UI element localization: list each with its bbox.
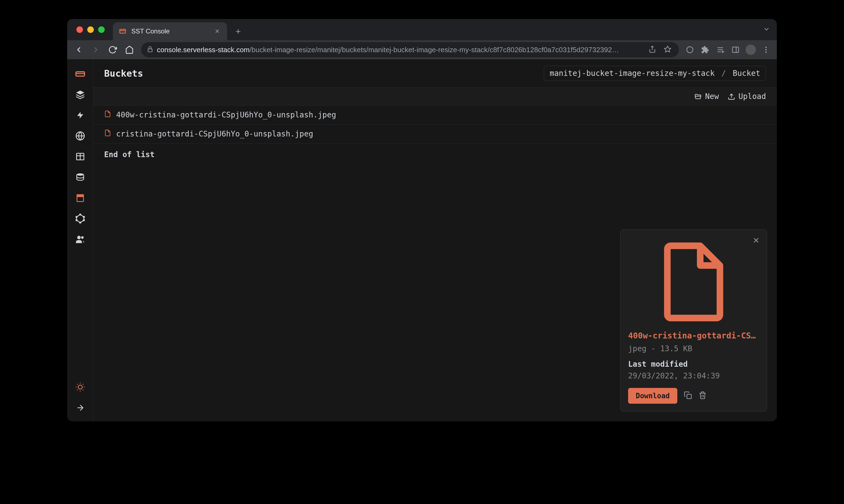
profile-avatar[interactable] <box>744 43 757 56</box>
svg-rect-9 <box>733 47 739 52</box>
svg-line-37 <box>77 384 77 384</box>
svg-rect-47 <box>687 394 691 398</box>
chevron-down-icon[interactable] <box>763 25 770 34</box>
svg-marker-25 <box>76 215 84 223</box>
close-tab-icon[interactable]: × <box>215 27 219 36</box>
svg-marker-3 <box>664 46 670 52</box>
extension-icon-circle[interactable] <box>683 43 696 56</box>
panel-icon[interactable] <box>729 43 742 56</box>
forward-button[interactable] <box>88 42 103 57</box>
sidebar-item-graphql[interactable] <box>71 209 89 228</box>
new-folder-button[interactable]: New <box>694 92 719 101</box>
sidebar-item-functions[interactable] <box>71 106 89 125</box>
svg-marker-15 <box>76 91 84 95</box>
page-header: Buckets manitej-bucket-image-resize-my-s… <box>93 59 777 87</box>
svg-point-4 <box>687 47 693 53</box>
page-title: Buckets <box>104 68 143 79</box>
svg-point-31 <box>76 216 77 218</box>
address-bar[interactable]: console.serverless-stack.com/bucket-imag… <box>141 42 679 57</box>
trash-icon[interactable] <box>699 391 707 400</box>
lock-icon <box>147 46 154 54</box>
svg-point-32 <box>77 236 80 239</box>
file-name: 400w-cristina-gottardi-CSpjU6hYo_0-unspl… <box>116 110 336 119</box>
extensions-icon[interactable] <box>699 43 712 56</box>
file-icon <box>104 110 111 119</box>
file-row[interactable]: cristina-gottardi-CSpjU6hYo_0-unsplash.j… <box>93 125 777 144</box>
close-panel-button[interactable] <box>752 236 760 246</box>
file-icon <box>104 129 111 138</box>
upload-icon <box>728 93 735 100</box>
file-detail-panel: 400w-cristina-gottardi-CSp… jpeg - 13.5 … <box>620 230 767 412</box>
svg-point-26 <box>79 214 81 215</box>
breadcrumb[interactable]: manitej-bucket-image-resize-my-stack / B… <box>544 66 766 81</box>
last-modified-value: 29/03/2022, 23:04:39 <box>628 371 759 380</box>
sidebar-item-tables[interactable] <box>71 147 89 166</box>
home-button[interactable] <box>122 42 137 57</box>
copy-icon[interactable] <box>684 391 692 400</box>
svg-point-33 <box>81 236 84 239</box>
tab-title: SST Console <box>131 28 211 35</box>
reload-button[interactable] <box>105 42 120 57</box>
svg-point-13 <box>766 51 767 53</box>
playlist-icon[interactable] <box>714 43 727 56</box>
svg-line-41 <box>77 390 77 390</box>
svg-point-12 <box>766 49 767 51</box>
window-close-button[interactable] <box>76 26 83 33</box>
svg-line-42 <box>83 384 83 384</box>
svg-point-11 <box>766 47 767 48</box>
file-thumbnail <box>628 237 759 331</box>
breadcrumb-stack: manitej-bucket-image-resize-my-stack <box>550 69 715 78</box>
star-icon[interactable] <box>662 46 674 54</box>
last-modified-label: Last modified <box>628 360 759 368</box>
file-row[interactable]: 400w-cristina-gottardi-CSpjU6hYo_0-unspl… <box>93 106 777 125</box>
svg-point-28 <box>83 220 85 221</box>
download-button[interactable]: Download <box>628 388 677 404</box>
new-tab-button[interactable]: + <box>231 24 245 38</box>
window-maximize-button[interactable] <box>98 26 105 33</box>
browser-toolbar: console.serverless-stack.com/bucket-imag… <box>67 40 777 59</box>
folder-open-icon <box>694 93 702 100</box>
sidebar-brand-icon[interactable] <box>71 65 89 83</box>
detail-actions: Download <box>628 388 759 404</box>
browser-tab[interactable]: SST Console × <box>113 22 227 40</box>
file-list: 400w-cristina-gottardi-CSpjU6hYo_0-unspl… <box>93 106 777 144</box>
detail-meta: jpeg - 13.5 KB <box>628 344 759 353</box>
window-minimize-button[interactable] <box>87 26 94 33</box>
menu-icon[interactable] <box>759 43 772 56</box>
breadcrumb-separator: / <box>719 69 728 78</box>
url-text: console.serverless-stack.com/bucket-imag… <box>157 46 643 54</box>
svg-point-34 <box>78 385 82 389</box>
svg-rect-1 <box>148 49 152 52</box>
svg-marker-16 <box>77 112 83 119</box>
app-content: Buckets manitej-bucket-image-resize-my-s… <box>67 59 777 421</box>
browser-tab-bar: SST Console × + <box>67 19 777 40</box>
svg-line-38 <box>83 390 83 390</box>
detail-filename: 400w-cristina-gottardi-CSp… <box>628 331 759 340</box>
sidebar-item-users[interactable] <box>71 230 89 249</box>
toolbar: New Upload <box>93 87 777 106</box>
share-icon[interactable] <box>646 46 658 54</box>
sidebar <box>67 59 93 421</box>
sst-favicon <box>118 27 127 36</box>
sidebar-item-database[interactable] <box>71 168 89 186</box>
main-area: Buckets manitej-bucket-image-resize-my-s… <box>93 59 777 421</box>
browser-window: SST Console × + console.serverless <box>67 19 777 421</box>
svg-rect-0 <box>120 29 126 33</box>
end-of-list: End of list <box>93 144 777 165</box>
svg-point-27 <box>83 216 85 218</box>
breadcrumb-resource: Bucket <box>733 69 760 78</box>
sidebar-item-stacks[interactable] <box>71 85 89 104</box>
sidebar-item-api[interactable] <box>71 127 89 145</box>
window-controls <box>72 19 110 40</box>
svg-point-30 <box>76 220 77 221</box>
sidebar-theme-toggle[interactable] <box>71 378 89 396</box>
svg-point-22 <box>77 174 84 176</box>
sidebar-item-buckets[interactable] <box>71 188 89 207</box>
file-name: cristina-gottardi-CSpjU6hYo_0-unsplash.j… <box>116 129 313 138</box>
back-button[interactable] <box>72 42 86 57</box>
svg-point-29 <box>79 222 81 223</box>
upload-button[interactable]: Upload <box>728 92 766 101</box>
sidebar-collapse-toggle[interactable] <box>71 398 89 417</box>
svg-marker-8 <box>722 51 724 52</box>
svg-rect-24 <box>77 197 84 202</box>
